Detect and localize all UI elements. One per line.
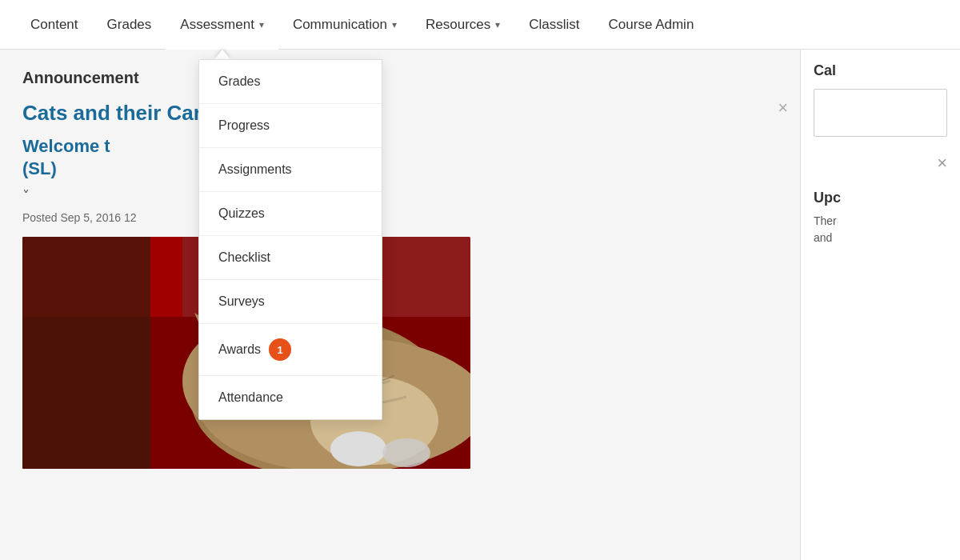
- calendar-widget[interactable]: [814, 89, 947, 137]
- svg-rect-3: [22, 237, 150, 469]
- nav-resources-chevron: ▾: [495, 19, 500, 30]
- nav-course-admin[interactable]: Course Admin: [594, 0, 709, 50]
- nav-resources-label: Resources: [426, 17, 490, 33]
- dropdown-grades-label: Grades: [218, 74, 260, 89]
- dropdown-item-quizzes[interactable]: Quizzes: [199, 192, 382, 236]
- dropdown-attendance-label: Attendance: [218, 390, 283, 405]
- updates-text: Ther and: [814, 213, 947, 246]
- updates-text-line1: Ther: [814, 214, 837, 227]
- dropdown-item-surveys[interactable]: Surveys: [199, 280, 382, 324]
- nav-content[interactable]: Content: [16, 0, 93, 50]
- dropdown-item-checklist[interactable]: Checklist: [199, 236, 382, 280]
- dismiss-button[interactable]: ×: [778, 98, 788, 118]
- dropdown-item-attendance[interactable]: Attendance: [199, 376, 382, 419]
- nav-resources[interactable]: Resources ▾: [411, 0, 514, 50]
- nav-content-label: Content: [30, 17, 78, 33]
- left-panel: Announcement Cats and their Care - Fall …: [0, 50, 800, 560]
- announcement-title: Welcome t (SL): [22, 135, 778, 181]
- dropdown-item-progress[interactable]: Progress: [199, 104, 382, 148]
- nav-communication[interactable]: Communication ▾: [278, 0, 411, 50]
- navbar: Content Grades Assessment ▾ Communicatio…: [0, 0, 960, 50]
- nav-classlist[interactable]: Classlist: [514, 0, 594, 50]
- dropdown-surveys-label: Surveys: [218, 294, 265, 309]
- course-title-area: Cats and their Care - Fall 2017: [22, 100, 778, 127]
- nav-course-admin-label: Course Admin: [609, 17, 694, 33]
- nav-grades[interactable]: Grades: [93, 0, 166, 50]
- announcement-title-text: Welcome t: [22, 136, 110, 156]
- dropdown-caret: [214, 50, 230, 59]
- announcement-header: Announcement: [22, 69, 778, 87]
- dropdown-item-assignments[interactable]: Assignments: [199, 148, 382, 192]
- right-panel: Cal × Upc Ther and: [800, 50, 960, 560]
- dropdown-progress-label: Progress: [218, 118, 270, 133]
- announcement-expand-icon[interactable]: ˅: [22, 187, 778, 205]
- nav-assessment[interactable]: Assessment ▾: [166, 0, 278, 50]
- dropdown-awards-label: Awards: [218, 342, 261, 357]
- nav-communication-label: Communication: [293, 17, 387, 33]
- calendar-header: Cal: [814, 62, 947, 79]
- close-button[interactable]: ×: [937, 153, 947, 174]
- assessment-dropdown: Grades Progress Assignments Quizzes Chec…: [198, 59, 382, 420]
- nav-classlist-label: Classlist: [529, 17, 579, 33]
- announcement-title-line2: (SL): [22, 158, 57, 178]
- dropdown-item-grades[interactable]: Grades: [199, 60, 382, 104]
- dropdown-checklist-label: Checklist: [218, 250, 270, 265]
- svg-point-23: [382, 438, 430, 467]
- dropdown-assignments-label: Assignments: [218, 162, 292, 177]
- nav-communication-chevron: ▾: [392, 19, 397, 30]
- nav-assessment-chevron: ▾: [259, 19, 264, 30]
- announcement-date: Posted Sep 5, 2016 12: [22, 211, 778, 224]
- nav-assessment-label: Assessment: [180, 17, 254, 33]
- main-content: Announcement Cats and their Care - Fall …: [0, 50, 960, 560]
- nav-grades-label: Grades: [107, 17, 152, 33]
- course-title: Cats and their Care - Fall 2017: [22, 100, 778, 127]
- dropdown-item-awards[interactable]: Awards 1: [199, 324, 382, 376]
- updates-text-line2: and: [814, 231, 832, 244]
- awards-badge: 1: [269, 338, 291, 361]
- svg-point-22: [330, 431, 386, 466]
- dropdown-quizzes-label: Quizzes: [218, 206, 265, 221]
- updates-header: Upc: [814, 190, 947, 206]
